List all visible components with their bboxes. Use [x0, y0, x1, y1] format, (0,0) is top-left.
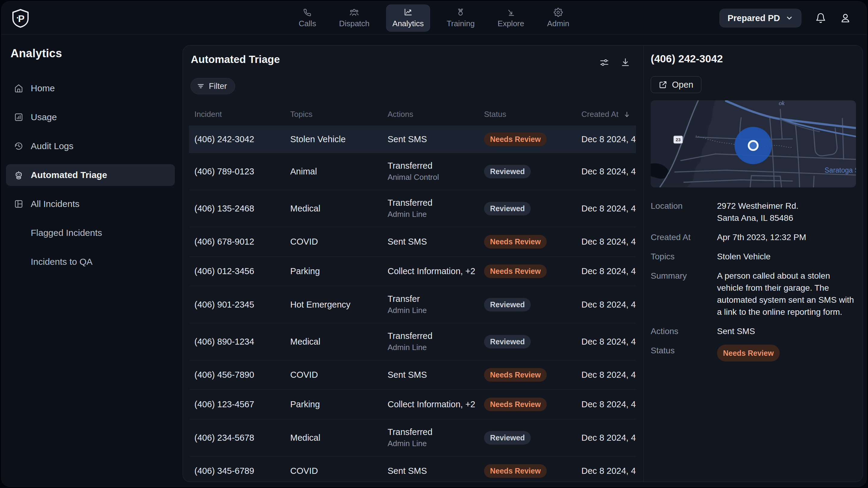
sidebar-item-flagged-incidents[interactable]: Flagged Incidents — [6, 222, 175, 244]
table-row[interactable]: (406) 345-6789COVIDSent SMSNeeds ReviewD… — [189, 456, 636, 482]
action-primary: Sent SMS — [388, 134, 484, 144]
action-primary: Sent SMS — [388, 466, 484, 476]
sidebar-item-label: Automated Triage — [31, 170, 107, 180]
cell-actions: Sent SMS — [388, 237, 484, 247]
top-bar: P CallsDispatchAnalyticsTrainingExploreA… — [1, 1, 867, 35]
notifications-bell-icon[interactable] — [815, 13, 826, 24]
tab-explore[interactable]: Explore — [491, 4, 530, 32]
status-badge: Needs Review — [484, 264, 547, 278]
table-header-row: Incident Topics Actions Status Created A… — [189, 104, 636, 126]
cell-created-at: Dec 8 2024, 4 — [581, 204, 636, 214]
cell-incident: (406) 345-6789 — [194, 466, 290, 476]
user-account-icon[interactable] — [840, 13, 851, 24]
map-script-label: ok — [779, 100, 785, 106]
detail-field-value: Apr 7th 2023, 12:32 PM — [717, 231, 855, 243]
sidebar-item-audit-logs[interactable]: Audit Logs — [6, 135, 175, 157]
sidebar-item-usage[interactable]: Usage — [6, 106, 175, 128]
table-row[interactable]: (406) 678-9012COVIDSent SMSNeeds ReviewD… — [189, 227, 636, 256]
tab-label: Dispatch — [339, 19, 370, 28]
tab-label: Explore — [498, 19, 524, 28]
cell-created-at: Dec 8 2024, 4 — [581, 399, 636, 410]
detail-value-line: Sent SMS — [717, 325, 855, 337]
cell-status: Needs Review — [484, 398, 581, 411]
cell-incident: (406) 135-2468 — [194, 204, 290, 214]
cell-status: Reviewed — [484, 431, 581, 445]
history-icon — [14, 141, 24, 151]
sort-descending-arrow-icon[interactable] — [623, 111, 630, 118]
status-badge: Reviewed — [484, 298, 531, 312]
automated-triage-section: Automated Triage Filter Incident — [183, 45, 644, 482]
open-incident-button[interactable]: Open — [651, 76, 701, 93]
table-row[interactable]: (406) 242-3042Stolen VehicleSent SMSNeed… — [189, 126, 636, 153]
table-row[interactable]: (406) 234-5678MedicalTransferredAdmin Li… — [189, 419, 636, 456]
download-icon[interactable] — [621, 58, 630, 67]
tab-training[interactable]: Training — [440, 4, 481, 32]
table-tools — [599, 58, 630, 67]
cell-status: Needs Review — [484, 264, 581, 278]
detail-field-topics: TopicsStolen Vehicle — [651, 251, 855, 263]
table-row[interactable]: (406) 789-0123AnimalTransferredAnimal Co… — [189, 153, 636, 190]
cell-topics: Medical — [290, 433, 388, 443]
detail-field-value: Stolen Vehicle — [717, 251, 855, 263]
sidebar-item-label: Incidents to QA — [31, 257, 93, 267]
cell-topics: COVID — [290, 466, 388, 476]
award-icon — [456, 8, 465, 17]
filter-lines-icon — [197, 82, 205, 90]
filter-button[interactable]: Filter — [190, 78, 235, 94]
action-primary: Sent SMS — [388, 237, 484, 247]
table-row[interactable]: (406) 901-2345Hot EmergencyTransferAdmin… — [189, 286, 636, 323]
prepared-logo-shield-icon[interactable]: P — [11, 9, 30, 28]
home-icon — [14, 84, 24, 93]
table-row[interactable]: (406) 135-2468MedicalTransferredAdmin Li… — [189, 190, 636, 227]
detail-value-line: A person called about a stolen vehicle f… — [717, 270, 855, 318]
status-badge: Needs Review — [484, 398, 547, 411]
sidebar-item-label: Home — [31, 83, 55, 93]
status-badge: Reviewed — [484, 165, 531, 178]
cell-created-at: Dec 8 2024, 4 — [581, 134, 636, 144]
action-primary: Sent SMS — [388, 370, 484, 380]
cell-actions: TransferredAdmin Line — [388, 427, 484, 448]
cell-created-at: Dec 8 2024, 4 — [581, 370, 636, 380]
column-settings-sliders-icon[interactable] — [599, 58, 609, 67]
table-row[interactable]: (406) 123-4567ParkingCollect Information… — [189, 390, 636, 419]
tab-calls[interactable]: Calls — [292, 4, 322, 32]
action-primary: Transferred — [388, 427, 484, 437]
sidebar-item-automated-triage[interactable]: Automated Triage — [6, 164, 175, 186]
sidebar-item-home[interactable]: Home — [6, 77, 175, 99]
status-badge: Needs Review — [484, 133, 547, 146]
column-header-topics[interactable]: Topics — [290, 110, 388, 119]
tab-admin[interactable]: Admin — [541, 4, 576, 32]
sidebar-item-all-incidents[interactable]: All Incidents — [6, 193, 175, 215]
triage-table: Incident Topics Actions Status Created A… — [189, 104, 636, 482]
chevron-down-icon — [785, 14, 793, 22]
table-row[interactable]: (406) 456-7890COVIDSent SMSNeeds ReviewD… — [189, 360, 636, 390]
column-header-created-at[interactable]: Created At — [581, 110, 636, 119]
top-bar-right: Prepared PD — [719, 1, 851, 35]
primary-nav: CallsDispatchAnalyticsTrainingExploreAdm… — [292, 1, 576, 35]
tab-label: Training — [447, 19, 475, 28]
action-primary: Transferred — [388, 331, 484, 341]
tab-dispatch[interactable]: Dispatch — [333, 4, 376, 32]
tab-label: Analytics — [393, 19, 424, 28]
column-header-incident[interactable]: Incident — [194, 110, 290, 119]
status-badge: Reviewed — [484, 431, 531, 445]
table-row[interactable]: (406) 012-3456ParkingCollect Information… — [189, 256, 636, 286]
table-row[interactable]: (406) 890-1234MedicalTransferredAdmin Li… — [189, 323, 636, 360]
detail-field-actions: ActionsSent SMS — [651, 325, 855, 337]
cell-topics: COVID — [290, 370, 388, 380]
status-badge: Reviewed — [484, 202, 531, 216]
column-header-status[interactable]: Status — [484, 110, 581, 119]
detail-field-label: Location — [651, 200, 717, 224]
map-location-marker — [749, 141, 758, 150]
cell-status: Needs Review — [484, 235, 581, 249]
page-title: Automated Triage — [191, 53, 280, 65]
sidebar-item-incidents-to-qa[interactable]: Incidents to QA — [6, 251, 175, 272]
column-header-actions[interactable]: Actions — [388, 110, 484, 119]
detail-value-line: Apr 7th 2023, 12:32 PM — [717, 231, 855, 243]
phone-icon — [303, 8, 312, 17]
detail-field-label: Actions — [651, 325, 717, 337]
sidebar-item-label: Usage — [31, 112, 57, 122]
tab-analytics[interactable]: Analytics — [386, 4, 430, 32]
incident-location-map[interactable]: 23 Saratoga Sprin ok — [651, 100, 856, 187]
org-switcher-button[interactable]: Prepared PD — [719, 9, 801, 27]
